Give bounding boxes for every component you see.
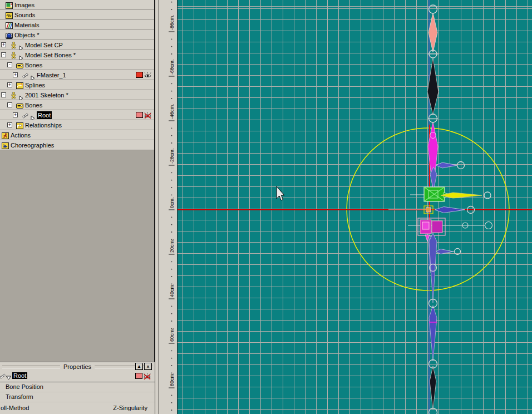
- tree-item-sounds[interactable]: Sounds: [0, 10, 154, 20]
- model-icon: [10, 91, 17, 98]
- properties-title-bar: Properties ▲ x: [0, 362, 155, 371]
- tree-item-2001-skeleton[interactable]: -2001 Skeleton *: [0, 90, 154, 100]
- tree-item-label: Materials: [14, 21, 40, 29]
- bones-folder-icon: [16, 101, 23, 109]
- tree-item-relationships[interactable]: +Relationships: [0, 120, 154, 130]
- tree-item-bones[interactable]: -Bones: [0, 100, 154, 110]
- tree-item-label: Choreographies: [11, 141, 54, 149]
- title-groove-left: [2, 366, 60, 368]
- collapse-minus-icon[interactable]: -: [7, 62, 12, 67]
- selected-bone-name: Root: [12, 372, 27, 379]
- eye-hidden-icon[interactable]: [144, 111, 152, 119]
- bone-color-swatch[interactable]: [136, 112, 143, 118]
- tree-item-fmaster-1[interactable]: +FMaster_1: [0, 70, 154, 80]
- tree-item-root[interactable]: +Root: [0, 110, 154, 120]
- tree-item-label: Splines: [25, 81, 45, 89]
- bone-color-swatch[interactable]: [135, 373, 142, 379]
- tree-item-label: FMaster_1: [37, 71, 66, 79]
- tree-item-label: Bones: [25, 61, 42, 69]
- viewport-edge-line: [177, 0, 178, 414]
- property-group-bone-position[interactable]: Bone Position: [0, 382, 155, 392]
- tree-item-bones[interactable]: -Bones: [0, 60, 154, 70]
- expand-plus-icon[interactable]: +: [7, 122, 12, 127]
- properties-panel: Properties ▲ x Root Bone Position Transf…: [0, 362, 155, 414]
- tree-item-label: Model Set Bones *: [25, 51, 76, 59]
- tree-item-model-set-bones[interactable]: -Model Set Bones *: [0, 50, 154, 60]
- roll-up-button[interactable]: ▲: [135, 363, 143, 370]
- tree-item-label: Root: [37, 111, 52, 119]
- model-icon: [10, 41, 17, 48]
- collapse-minus-icon[interactable]: -: [1, 52, 6, 57]
- tree-item-label: Sounds: [14, 11, 35, 19]
- tree-item-label: Actions: [11, 131, 31, 139]
- expand-plus-icon[interactable]: +: [13, 112, 18, 117]
- tree-item-label: Objects *: [14, 31, 40, 39]
- tree-item-label: 2001 Skeleton *: [25, 91, 68, 99]
- collapse-minus-icon[interactable]: -: [7, 102, 12, 107]
- close-button[interactable]: x: [144, 363, 152, 370]
- materials-icon: [6, 21, 13, 28]
- properties-title: Properties: [62, 363, 92, 370]
- choreographies-icon: [2, 141, 9, 149]
- project-tree: ImagesSoundsMaterialsObjects *+Model Set…: [0, 0, 154, 150]
- bone-icon: [22, 71, 29, 78]
- model-icon: [10, 51, 17, 58]
- tree-item-choreographies[interactable]: Choreographies: [0, 140, 154, 150]
- actions-icon: [2, 131, 9, 139]
- properties-selected-bone-row[interactable]: Root: [0, 371, 155, 382]
- tree-item-actions[interactable]: Actions: [0, 130, 154, 140]
- modeling-viewport[interactable]: [178, 0, 532, 414]
- expand-plus-icon[interactable]: +: [1, 42, 6, 47]
- bone-icon: [22, 111, 29, 119]
- expand-plus-icon[interactable]: +: [7, 82, 12, 87]
- bone-icon: [0, 373, 6, 380]
- vertical-ruler: [159, 0, 177, 414]
- relationships-icon: [16, 121, 23, 129]
- tree-item-label: Bones: [25, 101, 42, 109]
- sounds-icon: [6, 11, 13, 18]
- tree-item-materials[interactable]: Materials: [0, 20, 154, 30]
- triangle-down-icon[interactable]: [6, 374, 11, 381]
- eye-visible-icon[interactable]: [144, 71, 152, 78]
- collapse-minus-icon[interactable]: -: [1, 92, 6, 97]
- tree-item-images[interactable]: Images: [0, 0, 154, 10]
- splines-icon: [16, 81, 23, 88]
- field-value[interactable]: Z-Singularity: [113, 402, 147, 413]
- objects-icon: [6, 31, 13, 38]
- tree-item-label: Images: [14, 1, 35, 9]
- tree-item-label: Model Set CP: [25, 41, 63, 49]
- bone-color-swatch[interactable]: [136, 72, 143, 78]
- images-icon: [6, 1, 13, 8]
- eye-hidden-icon[interactable]: [143, 373, 151, 380]
- tree-item-splines[interactable]: +Splines: [0, 80, 154, 90]
- property-group-transform[interactable]: Transform: [0, 392, 155, 402]
- project-tree-empty-area: [0, 150, 154, 362]
- field-label: oll-Method: [1, 402, 29, 413]
- tree-item-objects[interactable]: Objects *: [0, 30, 154, 40]
- group-label: Bone Position: [6, 383, 43, 390]
- expand-plus-icon[interactable]: +: [13, 72, 18, 77]
- tree-item-label: Relationships: [25, 121, 62, 129]
- property-roll-method[interactable]: oll-Method Z-Singularity: [0, 402, 155, 414]
- tree-item-model-set-cp[interactable]: +Model Set CP: [0, 40, 154, 50]
- group-label: Transform: [6, 393, 33, 400]
- bones-folder-icon: [16, 61, 23, 68]
